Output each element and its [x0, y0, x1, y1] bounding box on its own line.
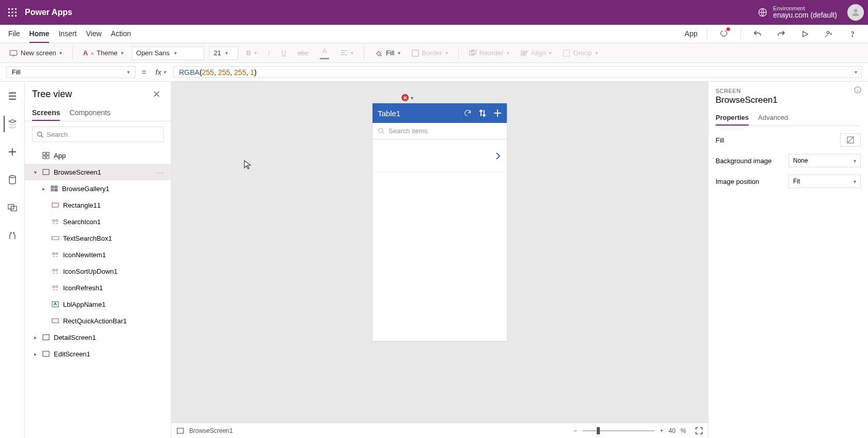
screen-icon: [41, 334, 51, 340]
tree-node-lblappname[interactable]: LblAppName1: [25, 296, 171, 312]
tree-node-editscreen[interactable]: ▸ EditScreen1: [25, 346, 171, 362]
tree-tab-screens[interactable]: Screens: [32, 105, 60, 121]
bold-button[interactable]: B▾: [243, 47, 260, 59]
tree-search-input[interactable]: Search: [32, 127, 164, 142]
chevron-right-icon: [495, 152, 501, 160]
play-icon[interactable]: [798, 27, 812, 41]
rail-media-icon[interactable]: [4, 199, 21, 216]
tree-title: Tree view: [32, 89, 72, 100]
font-size-select[interactable]: 21▾: [209, 46, 238, 60]
preview-search-input[interactable]: Search items: [373, 123, 507, 139]
menu-app[interactable]: App: [685, 29, 698, 39]
tree-close-icon[interactable]: [149, 87, 164, 101]
formula-input[interactable]: RGBA(255, 255, 255, 1) ▾: [173, 66, 862, 78]
new-screen-button[interactable]: New screen ▾: [6, 47, 65, 59]
error-indicator[interactable]: ✕ ▾: [401, 94, 413, 101]
italic-button[interactable]: I: [265, 47, 273, 59]
app-icon: [41, 152, 51, 159]
svg-point-40: [56, 286, 58, 288]
properties-section-label: SCREEN: [716, 88, 861, 94]
add-icon[interactable]: [493, 109, 502, 117]
tree-node-browsegallery[interactable]: ▸ BrowseGallery1: [25, 180, 171, 197]
svg-point-32: [53, 220, 55, 222]
svg-point-45: [379, 129, 383, 133]
align-button[interactable]: Align▾: [518, 47, 555, 59]
properties-panel: SCREEN BrowseScreen1 Properties Advanced…: [708, 82, 868, 438]
prop-bgimage-select[interactable]: None▾: [788, 154, 861, 167]
screen-icon: [177, 428, 184, 434]
prop-fill-value[interactable]: [840, 133, 861, 147]
fx-icon[interactable]: fx▾: [152, 66, 169, 78]
preview-list-item[interactable]: [373, 139, 507, 173]
strike-button[interactable]: abc: [295, 47, 312, 59]
formula-expand-icon[interactable]: ▾: [855, 69, 857, 75]
prop-fill-label: Fill: [716, 136, 724, 144]
tree-node-detailscreen[interactable]: ▸ DetailScreen1: [25, 329, 171, 346]
node-more-icon[interactable]: ···: [156, 168, 165, 176]
menu-home[interactable]: Home: [29, 25, 50, 43]
tree-node-iconnewitem[interactable]: IconNewItem1: [25, 246, 171, 263]
zoom-slider[interactable]: [582, 430, 655, 431]
text-align-button[interactable]: ▾: [337, 48, 357, 58]
iconctrl-icon: [51, 268, 60, 274]
rail-tree-icon[interactable]: [4, 116, 20, 132]
cursor-icon: [244, 160, 251, 169]
svg-rect-44: [43, 351, 49, 356]
tree-node-rectquick[interactable]: RectQuickActionBar1: [25, 312, 171, 329]
svg-rect-46: [177, 428, 183, 433]
environment-picker[interactable]: Environment enayu.com (default): [757, 5, 837, 19]
user-avatar[interactable]: [847, 4, 864, 21]
tree-node-app[interactable]: App: [25, 147, 171, 164]
svg-rect-17: [563, 50, 569, 56]
reorder-button[interactable]: Reorder▾: [466, 47, 513, 59]
tree-panel: Tree view Screens Components Search App …: [25, 82, 172, 438]
refresh-icon[interactable]: [463, 109, 472, 117]
tree-tab-components[interactable]: Components: [69, 105, 110, 121]
menu-file[interactable]: File: [8, 25, 20, 43]
menu-action[interactable]: Action: [111, 25, 131, 43]
undo-icon[interactable]: [750, 27, 765, 41]
svg-rect-26: [43, 169, 49, 175]
properties-tab-properties[interactable]: Properties: [716, 111, 749, 126]
menu-view[interactable]: View: [86, 25, 101, 43]
property-select[interactable]: Fill▾: [6, 66, 135, 78]
svg-rect-29: [51, 189, 54, 191]
iconctrl-icon: [51, 285, 60, 291]
phone-preview[interactable]: Table1 Search items: [373, 103, 507, 341]
theme-button[interactable]: Aa Theme ▾: [80, 47, 127, 59]
font-family-select[interactable]: Open Sans▾: [132, 46, 204, 60]
tree-node-iconsort[interactable]: IconSortUpDown1: [25, 263, 171, 279]
tree-node-searchicon[interactable]: SearchIcon1: [25, 213, 171, 230]
font-color-button[interactable]: A: [317, 45, 332, 61]
group-button[interactable]: Group▾: [560, 47, 600, 59]
redo-icon[interactable]: [774, 27, 788, 41]
zoom-value: 40: [669, 427, 675, 434]
fill-button[interactable]: Fill▾: [371, 47, 404, 59]
zoom-out-button[interactable]: −: [574, 427, 577, 434]
rail-insert-icon[interactable]: [4, 144, 21, 160]
info-icon[interactable]: [854, 86, 862, 94]
rect-icon: [51, 318, 60, 323]
fit-to-window-icon[interactable]: [695, 427, 703, 434]
rail-hamburger-icon[interactable]: [4, 88, 21, 104]
tree-node-rectangle11[interactable]: Rectangle11: [25, 197, 171, 213]
zoom-in-button[interactable]: +: [660, 427, 663, 434]
svg-rect-6: [8, 15, 10, 17]
tree-node-iconrefresh[interactable]: IconRefresh1: [25, 279, 171, 296]
prop-bgimage-label: Background image: [716, 157, 771, 165]
share-icon[interactable]: [822, 27, 836, 41]
brand-label: Power Apps: [25, 8, 72, 17]
help-icon[interactable]: [845, 27, 860, 41]
rail-data-icon[interactable]: [4, 171, 21, 188]
sort-icon[interactable]: [479, 109, 486, 117]
app-checker-icon[interactable]: [717, 27, 731, 41]
rail-tools-icon[interactable]: [4, 227, 21, 244]
prop-imgpos-select[interactable]: Fit▾: [788, 175, 861, 188]
menu-insert[interactable]: Insert: [58, 25, 76, 43]
border-button[interactable]: Border▾: [409, 47, 451, 59]
properties-tab-advanced[interactable]: Advanced: [758, 111, 788, 126]
underline-button[interactable]: U: [278, 47, 289, 59]
waffle-icon[interactable]: [4, 4, 21, 21]
tree-node-browsescreen[interactable]: ▾ BrowseScreen1 ···: [25, 164, 171, 180]
tree-node-textsearchbox[interactable]: TextSearchBox1: [25, 230, 171, 246]
